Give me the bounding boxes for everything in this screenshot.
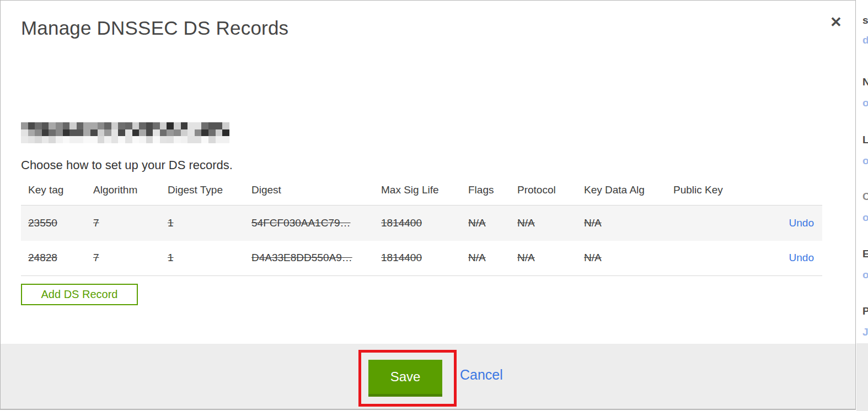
redacted-pixel xyxy=(222,136,229,143)
redacted-pixel xyxy=(77,129,84,137)
redacted-pixel xyxy=(187,129,195,137)
redacted-pixel xyxy=(42,136,49,143)
col-header-key-tag: Key tag xyxy=(21,182,86,206)
redacted-pixel xyxy=(98,129,105,137)
redacted-pixel xyxy=(63,136,70,143)
redacted-pixel xyxy=(195,129,202,137)
cell-key-tag: 23550 xyxy=(21,206,86,241)
sliver-text-fragment: d xyxy=(862,34,868,46)
redacted-pixel xyxy=(111,136,119,143)
redacted-pixel xyxy=(42,122,49,129)
background-page-sliver: sdNoLoCoEoPJ xyxy=(856,0,868,411)
redacted-pixel xyxy=(63,122,70,129)
ds-record-row: 23550 7 1 54FCF030AA1C79… 1814400 N/A N/… xyxy=(21,206,822,241)
cell-digest: D4A33E8DD550A9… xyxy=(244,241,374,276)
dnssec-modal: Manage DNSSEC DS Records ✕ Choose how to… xyxy=(0,0,856,410)
redacted-pixel xyxy=(69,122,77,129)
redacted-pixel xyxy=(104,129,111,137)
redacted-pixel xyxy=(139,136,146,143)
redacted-pixel xyxy=(146,129,153,137)
redacted-pixel xyxy=(132,129,140,137)
redacted-pixel xyxy=(160,136,167,143)
redacted-pixel xyxy=(49,136,56,143)
sliver-text-fragment: o xyxy=(862,155,868,167)
redacted-pixel xyxy=(181,122,188,129)
cell-algorithm: 7 xyxy=(86,206,160,241)
redacted-pixel xyxy=(146,136,153,143)
redacted-pixel xyxy=(90,129,98,137)
redacted-pixel xyxy=(118,136,125,143)
cell-digest-type: 1 xyxy=(160,241,244,276)
redacted-pixel xyxy=(83,129,90,137)
redacted-pixel xyxy=(21,122,28,129)
cell-protocol: N/A xyxy=(510,206,577,241)
ds-records-table: Key tag Algorithm Digest Type Digest Max… xyxy=(21,182,822,276)
redacted-pixel xyxy=(83,122,90,129)
cell-flags: N/A xyxy=(461,241,510,276)
redacted-pixel xyxy=(181,136,188,143)
cell-max-sig-life: 1814400 xyxy=(374,241,461,276)
redacted-pixel xyxy=(118,122,125,129)
table-header-row: Key tag Algorithm Digest Type Digest Max… xyxy=(21,182,822,206)
redacted-pixel xyxy=(83,136,90,143)
undo-link[interactable]: Undo xyxy=(789,252,814,263)
redacted-pixel xyxy=(69,129,77,137)
redacted-pixel xyxy=(187,122,195,129)
close-icon[interactable]: ✕ xyxy=(827,13,845,31)
col-header-protocol: Protocol xyxy=(510,182,577,206)
redacted-pixel xyxy=(98,136,105,143)
redacted-pixel xyxy=(195,122,202,129)
redacted-pixel xyxy=(208,129,216,137)
redacted-pixel xyxy=(56,136,63,143)
cell-flags: N/A xyxy=(461,206,510,241)
sliver-text-fragment: o xyxy=(862,97,868,109)
cancel-link[interactable]: Cancel xyxy=(460,367,503,383)
redacted-pixel xyxy=(174,122,181,129)
col-header-key-data-alg: Key Data Alg xyxy=(577,182,666,206)
redacted-pixel xyxy=(90,136,98,143)
redacted-pixel xyxy=(35,129,42,137)
redacted-pixel xyxy=(181,129,188,137)
redacted-pixel xyxy=(201,129,208,137)
cell-algorithm: 7 xyxy=(86,241,160,276)
redacted-pixel xyxy=(208,122,216,129)
redacted-pixel xyxy=(28,122,35,129)
add-ds-record-button[interactable]: Add DS Record xyxy=(21,284,138,305)
background-page-sliver-gray xyxy=(856,343,868,411)
redacted-pixel xyxy=(222,122,229,129)
cell-digest-type: 1 xyxy=(160,206,244,241)
save-button[interactable]: Save xyxy=(368,360,442,397)
redacted-pixel xyxy=(216,122,223,129)
redacted-pixel xyxy=(21,129,28,137)
redacted-pixel xyxy=(98,122,105,129)
sliver-text-fragment: J xyxy=(862,326,868,338)
col-header-digest: Digest xyxy=(244,182,374,206)
screenshot-stage: Manage DNSSEC DS Records ✕ Choose how to… xyxy=(0,0,868,411)
redacted-pixel xyxy=(222,129,229,137)
sliver-text-fragment: o xyxy=(862,269,868,281)
col-header-actions xyxy=(776,182,822,206)
redacted-pixel xyxy=(132,122,140,129)
red-highlight-annotation: Save xyxy=(358,350,457,407)
redacted-pixel xyxy=(187,136,195,143)
undo-link[interactable]: Undo xyxy=(789,217,814,229)
cell-public-key xyxy=(666,241,776,276)
ds-record-row: 24828 7 1 D4A33E8DD550A9… 1814400 N/A N/… xyxy=(21,241,822,276)
cell-digest: 54FCF030AA1C79… xyxy=(244,206,374,241)
sliver-text-fragment: o xyxy=(862,212,868,224)
redacted-pixel xyxy=(216,129,223,137)
cell-key-tag: 24828 xyxy=(21,241,86,276)
redacted-pixel xyxy=(63,129,70,137)
redacted-pixel xyxy=(167,129,174,137)
redacted-pixel xyxy=(125,129,132,137)
sliver-text-fragment: L xyxy=(862,134,868,146)
redacted-pixel xyxy=(201,136,208,143)
redacted-pixel xyxy=(139,129,146,137)
redacted-pixel xyxy=(56,129,63,137)
col-header-digest-type: Digest Type xyxy=(160,182,244,206)
redacted-pixel xyxy=(77,136,84,143)
sliver-text-fragment: C xyxy=(862,191,868,203)
cell-public-key xyxy=(666,206,776,241)
redacted-pixel xyxy=(118,129,125,137)
modal-footer: Save Cancel xyxy=(1,344,855,409)
